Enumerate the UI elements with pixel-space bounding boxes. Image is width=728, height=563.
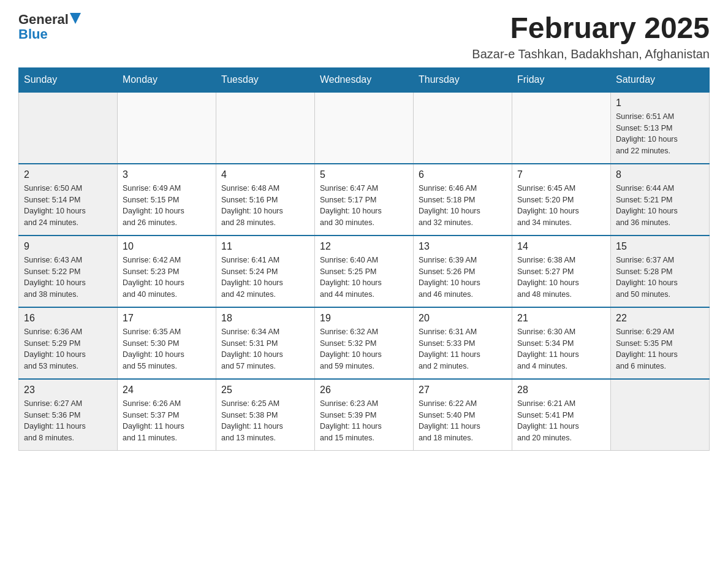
day-info: Sunrise: 6:27 AM Sunset: 5:36 PM Dayligh… (24, 398, 112, 444)
day-info: Sunrise: 6:36 AM Sunset: 5:29 PM Dayligh… (24, 326, 112, 372)
calendar-cell: 2Sunrise: 6:50 AM Sunset: 5:14 PM Daylig… (19, 164, 118, 236)
calendar-cell: 28Sunrise: 6:21 AM Sunset: 5:41 PM Dayli… (512, 379, 611, 451)
day-info: Sunrise: 6:29 AM Sunset: 5:35 PM Dayligh… (616, 326, 704, 372)
calendar-header-tuesday: Tuesday (216, 67, 315, 92)
day-info: Sunrise: 6:25 AM Sunset: 5:38 PM Dayligh… (221, 398, 309, 444)
day-number: 18 (221, 313, 309, 324)
calendar-cell: 14Sunrise: 6:38 AM Sunset: 5:27 PM Dayli… (512, 236, 611, 307)
logo-blue-text: Blue (18, 27, 48, 42)
calendar-week-row: 23Sunrise: 6:27 AM Sunset: 5:36 PM Dayli… (19, 379, 710, 451)
calendar-header-saturday: Saturday (611, 67, 710, 92)
calendar-cell: 19Sunrise: 6:32 AM Sunset: 5:32 PM Dayli… (315, 307, 414, 379)
calendar-cell: 3Sunrise: 6:49 AM Sunset: 5:15 PM Daylig… (118, 164, 216, 236)
day-info: Sunrise: 6:31 AM Sunset: 5:33 PM Dayligh… (419, 326, 507, 372)
day-number: 28 (517, 385, 605, 396)
day-info: Sunrise: 6:37 AM Sunset: 5:28 PM Dayligh… (616, 255, 704, 301)
page-header: General Blue February 2025 Bazar-e Tashk… (18, 12, 710, 61)
logo: General Blue (18, 12, 81, 42)
calendar-cell: 4Sunrise: 6:48 AM Sunset: 5:16 PM Daylig… (216, 164, 315, 236)
calendar-week-row: 1Sunrise: 6:51 AM Sunset: 5:13 PM Daylig… (19, 92, 710, 164)
day-number: 10 (123, 241, 211, 252)
day-info: Sunrise: 6:41 AM Sunset: 5:24 PM Dayligh… (221, 255, 309, 301)
logo-arrow-icon (70, 13, 81, 24)
calendar-cell (512, 92, 611, 164)
day-number: 26 (320, 385, 408, 396)
day-info: Sunrise: 6:40 AM Sunset: 5:25 PM Dayligh… (320, 255, 408, 301)
day-info: Sunrise: 6:50 AM Sunset: 5:14 PM Dayligh… (24, 183, 112, 229)
day-info: Sunrise: 6:21 AM Sunset: 5:41 PM Dayligh… (517, 398, 605, 444)
calendar-cell: 10Sunrise: 6:42 AM Sunset: 5:23 PM Dayli… (118, 236, 216, 307)
day-info: Sunrise: 6:49 AM Sunset: 5:15 PM Dayligh… (123, 183, 211, 229)
day-info: Sunrise: 6:23 AM Sunset: 5:39 PM Dayligh… (320, 398, 408, 444)
day-number: 23 (24, 385, 112, 396)
calendar-cell: 24Sunrise: 6:26 AM Sunset: 5:37 PM Dayli… (118, 379, 216, 451)
calendar-subtitle: Bazar-e Tashkan, Badakhshan, Afghanistan (472, 47, 710, 61)
day-info: Sunrise: 6:32 AM Sunset: 5:32 PM Dayligh… (320, 326, 408, 372)
day-info: Sunrise: 6:38 AM Sunset: 5:27 PM Dayligh… (517, 255, 605, 301)
calendar-header-sunday: Sunday (19, 67, 118, 92)
calendar-cell: 18Sunrise: 6:34 AM Sunset: 5:31 PM Dayli… (216, 307, 315, 379)
day-info: Sunrise: 6:45 AM Sunset: 5:20 PM Dayligh… (517, 183, 605, 229)
calendar-cell (216, 92, 315, 164)
calendar-table: SundayMondayTuesdayWednesdayThursdayFrid… (18, 67, 710, 451)
calendar-cell: 17Sunrise: 6:35 AM Sunset: 5:30 PM Dayli… (118, 307, 216, 379)
day-number: 27 (419, 385, 507, 396)
calendar-cell (315, 92, 414, 164)
day-info: Sunrise: 6:47 AM Sunset: 5:17 PM Dayligh… (320, 183, 408, 229)
day-number: 12 (320, 241, 408, 252)
day-number: 17 (123, 313, 211, 324)
calendar-cell: 16Sunrise: 6:36 AM Sunset: 5:29 PM Dayli… (19, 307, 118, 379)
calendar-cell: 23Sunrise: 6:27 AM Sunset: 5:36 PM Dayli… (19, 379, 118, 451)
calendar-header-monday: Monday (118, 67, 216, 92)
calendar-header-thursday: Thursday (414, 67, 512, 92)
calendar-cell: 27Sunrise: 6:22 AM Sunset: 5:40 PM Dayli… (414, 379, 512, 451)
day-number: 25 (221, 385, 309, 396)
calendar-cell: 21Sunrise: 6:30 AM Sunset: 5:34 PM Dayli… (512, 307, 611, 379)
calendar-cell: 25Sunrise: 6:25 AM Sunset: 5:38 PM Dayli… (216, 379, 315, 451)
day-info: Sunrise: 6:46 AM Sunset: 5:18 PM Dayligh… (419, 183, 507, 229)
calendar-cell: 26Sunrise: 6:23 AM Sunset: 5:39 PM Dayli… (315, 379, 414, 451)
day-info: Sunrise: 6:43 AM Sunset: 5:22 PM Dayligh… (24, 255, 112, 301)
calendar-header-friday: Friday (512, 67, 611, 92)
day-info: Sunrise: 6:48 AM Sunset: 5:16 PM Dayligh… (221, 183, 309, 229)
day-number: 14 (517, 241, 605, 252)
day-number: 13 (419, 241, 507, 252)
calendar-cell: 15Sunrise: 6:37 AM Sunset: 5:28 PM Dayli… (611, 236, 710, 307)
day-number: 1 (616, 98, 704, 109)
day-number: 24 (123, 385, 211, 396)
day-number: 20 (419, 313, 507, 324)
day-number: 21 (517, 313, 605, 324)
day-info: Sunrise: 6:51 AM Sunset: 5:13 PM Dayligh… (616, 111, 704, 157)
day-info: Sunrise: 6:26 AM Sunset: 5:37 PM Dayligh… (123, 398, 211, 444)
calendar-cell: 20Sunrise: 6:31 AM Sunset: 5:33 PM Dayli… (414, 307, 512, 379)
calendar-week-row: 2Sunrise: 6:50 AM Sunset: 5:14 PM Daylig… (19, 164, 710, 236)
calendar-header-wednesday: Wednesday (315, 67, 414, 92)
calendar-cell: 11Sunrise: 6:41 AM Sunset: 5:24 PM Dayli… (216, 236, 315, 307)
day-number: 2 (24, 169, 112, 180)
day-number: 4 (221, 169, 309, 180)
title-section: February 2025 Bazar-e Tashkan, Badakhsha… (472, 12, 710, 61)
calendar-cell (414, 92, 512, 164)
day-info: Sunrise: 6:35 AM Sunset: 5:30 PM Dayligh… (123, 326, 211, 372)
calendar-header-row: SundayMondayTuesdayWednesdayThursdayFrid… (19, 67, 710, 92)
day-info: Sunrise: 6:44 AM Sunset: 5:21 PM Dayligh… (616, 183, 704, 229)
day-number: 15 (616, 241, 704, 252)
calendar-cell (19, 92, 118, 164)
calendar-cell: 22Sunrise: 6:29 AM Sunset: 5:35 PM Dayli… (611, 307, 710, 379)
day-info: Sunrise: 6:34 AM Sunset: 5:31 PM Dayligh… (221, 326, 309, 372)
calendar-cell (611, 379, 710, 451)
calendar-cell: 9Sunrise: 6:43 AM Sunset: 5:22 PM Daylig… (19, 236, 118, 307)
calendar-week-row: 16Sunrise: 6:36 AM Sunset: 5:29 PM Dayli… (19, 307, 710, 379)
day-number: 19 (320, 313, 408, 324)
day-number: 6 (419, 169, 507, 180)
day-number: 9 (24, 241, 112, 252)
calendar-title: February 2025 (472, 12, 710, 45)
calendar-week-row: 9Sunrise: 6:43 AM Sunset: 5:22 PM Daylig… (19, 236, 710, 307)
day-number: 16 (24, 313, 112, 324)
day-number: 5 (320, 169, 408, 180)
day-info: Sunrise: 6:42 AM Sunset: 5:23 PM Dayligh… (123, 255, 211, 301)
day-info: Sunrise: 6:39 AM Sunset: 5:26 PM Dayligh… (419, 255, 507, 301)
calendar-cell: 8Sunrise: 6:44 AM Sunset: 5:21 PM Daylig… (611, 164, 710, 236)
day-number: 11 (221, 241, 309, 252)
calendar-cell: 1Sunrise: 6:51 AM Sunset: 5:13 PM Daylig… (611, 92, 710, 164)
